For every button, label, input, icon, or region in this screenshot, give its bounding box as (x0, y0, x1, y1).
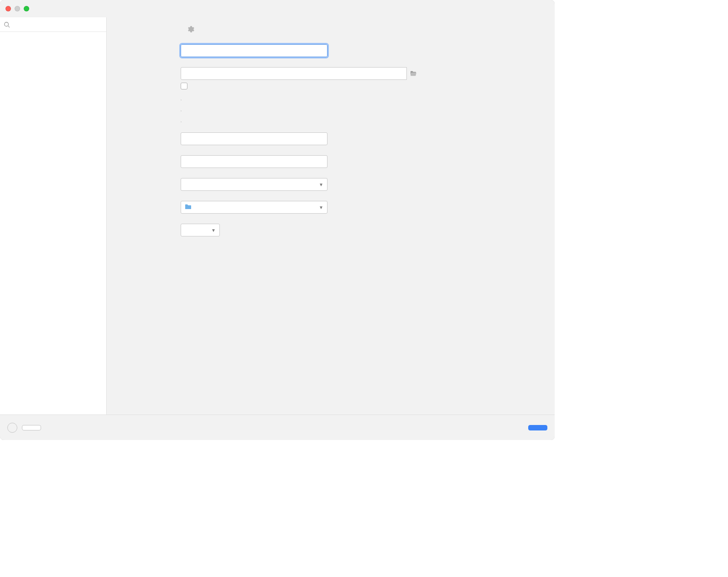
chevron-down-icon: ▼ (211, 228, 216, 233)
minimize-window-button[interactable] (15, 6, 20, 11)
folder-icon (410, 71, 416, 76)
svg-point-0 (5, 22, 9, 26)
browse-location-button[interactable] (407, 67, 420, 80)
window-controls (5, 6, 29, 11)
help-button[interactable] (7, 423, 17, 433)
test-segmented (181, 121, 182, 122)
chevron-down-icon: ▼ (319, 205, 323, 210)
application-type-select[interactable]: ▼ (181, 178, 328, 191)
dialog-body: ▼ ▼ (0, 17, 555, 414)
language-segmented (181, 100, 182, 100)
build-segmented (181, 110, 182, 111)
gear-icon[interactable] (187, 26, 194, 34)
new-project-dialog: ▼ ▼ (0, 0, 555, 440)
next-button[interactable] (528, 425, 547, 430)
chevron-down-icon: ▼ (319, 182, 323, 187)
form-panel: ▼ ▼ (107, 17, 555, 414)
jdk-select[interactable]: ▼ (181, 201, 328, 214)
sidebar (0, 17, 107, 414)
footer (0, 414, 555, 440)
search-icon (4, 21, 10, 28)
titlebar (0, 0, 555, 17)
search-input[interactable] (0, 17, 106, 31)
svg-line-1 (8, 26, 10, 27)
folder-icon (185, 204, 192, 211)
git-checkbox[interactable] (181, 83, 187, 89)
zoom-window-button[interactable] (24, 6, 29, 11)
group-input[interactable] (181, 132, 328, 145)
artifact-input[interactable] (181, 155, 328, 168)
java-version-select[interactable]: ▼ (181, 224, 220, 236)
close-window-button[interactable] (5, 6, 11, 11)
name-input[interactable] (181, 44, 328, 57)
search-box (0, 17, 106, 32)
generators-header (0, 34, 106, 39)
cancel-button[interactable] (22, 425, 41, 430)
sidebar-list (0, 32, 106, 414)
location-input[interactable] (181, 67, 407, 80)
